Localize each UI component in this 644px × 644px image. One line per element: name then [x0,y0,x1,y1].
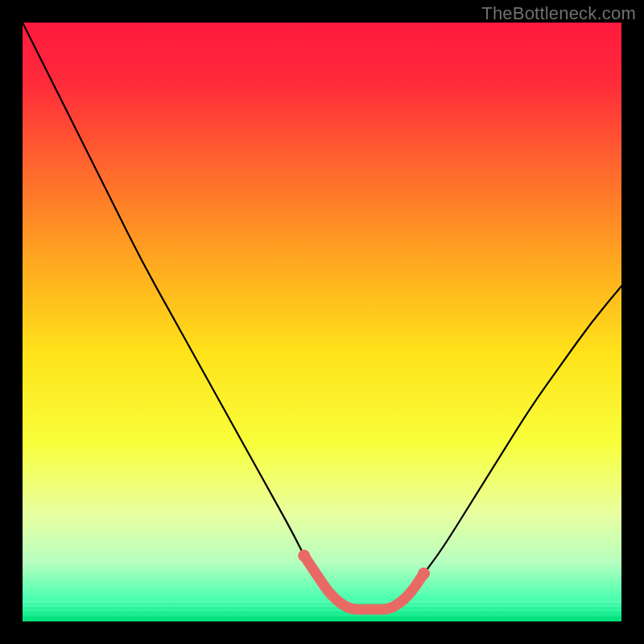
svg-rect-3 [23,613,621,617]
svg-rect-0 [23,601,621,603]
svg-point-6 [418,568,430,580]
svg-rect-1 [23,605,621,607]
chart-frame: TheBottleneck.com [0,0,644,644]
plot-background [23,23,621,621]
svg-rect-2 [23,609,621,611]
svg-point-5 [298,550,310,562]
watermark-text: TheBottleneck.com [481,3,636,24]
bottleneck-chart [23,23,621,621]
svg-rect-4 [23,617,621,621]
